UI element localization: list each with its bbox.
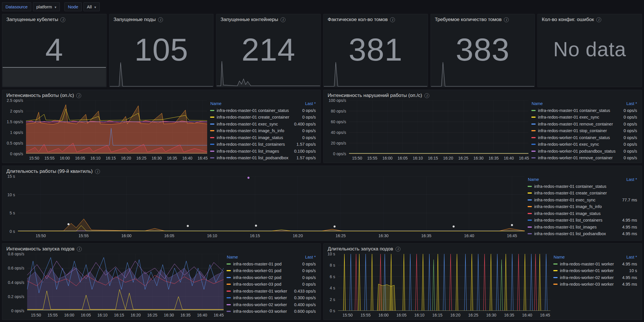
legend-name-header[interactable]: Name bbox=[554, 255, 565, 259]
legend-item[interactable]: infra-redos-master-01 image_status bbox=[528, 210, 637, 217]
legend-name-header[interactable]: Name bbox=[210, 101, 222, 106]
variable-datasource-label[interactable]: Datasource bbox=[2, 2, 31, 11]
info-icon[interactable] bbox=[76, 93, 81, 98]
series-label: infra-redos-master-01 remove_container bbox=[538, 122, 621, 126]
legend-item[interactable]: infra-redos-master-01 container_status0 … bbox=[531, 107, 637, 114]
legend-last-header[interactable]: Last * bbox=[626, 101, 637, 106]
pod-charts-row: Интенсивность запуска подов 0 ops/s0.2 o… bbox=[2, 243, 642, 320]
panel-header[interactable]: Интенсивность работы (оп./с) bbox=[2, 90, 320, 99]
x-tick-label: 16:25 bbox=[335, 233, 346, 238]
panel-header[interactable]: Длительность запуска подов bbox=[324, 244, 642, 253]
x-tick-label: 15:55 bbox=[48, 313, 58, 317]
legend-item[interactable]: infra-redos-master-01 pod0 ops/s bbox=[227, 261, 316, 267]
legend-item[interactable]: infra-redos-worker-01 pod0 ops/s bbox=[227, 267, 316, 274]
legend-item[interactable]: infra-redos-master-01 exec_sync77.7 ms bbox=[528, 196, 637, 203]
legend-item[interactable]: infra-redos-master-01 image_fs_info bbox=[528, 203, 637, 210]
legend-last-header[interactable]: Last * bbox=[626, 177, 637, 182]
panel-header[interactable]: Запущенные кубелеты bbox=[2, 14, 106, 23]
legend-item[interactable]: infra-redos-worker-03 worker0.600 ops/s bbox=[227, 308, 316, 315]
x-tick-label: 16:35 bbox=[167, 156, 177, 160]
y-tick-label: 20 ops/s bbox=[331, 141, 346, 145]
legend-name-header[interactable]: Name bbox=[532, 101, 543, 106]
legend-last-header[interactable]: Last * bbox=[305, 255, 316, 259]
variable-node-label[interactable]: Node bbox=[64, 2, 82, 11]
legend-item[interactable]: infra-redos-master-01 container_status bbox=[528, 183, 637, 190]
panel-header[interactable]: Интенсивность запуска подов bbox=[2, 244, 320, 253]
legend-item[interactable]: infra-redos-master-01 list_images4.95 ms bbox=[528, 224, 637, 231]
panel-header[interactable]: Запущенные поды bbox=[110, 14, 214, 23]
x-tick-label: 16:35 bbox=[504, 313, 514, 317]
legend-item[interactable]: infra-redos-master-01 worker0.433 ops/s bbox=[227, 288, 316, 295]
panel-header[interactable]: Кол-во конфиг. ошибок bbox=[538, 14, 642, 23]
legend-item[interactable]: infra-redos-master-01 list_podsandbox4.9… bbox=[528, 231, 637, 237]
legend-last-header[interactable]: Last * bbox=[305, 101, 316, 106]
info-icon[interactable] bbox=[60, 17, 65, 22]
series-color-marker bbox=[553, 277, 558, 278]
info-icon[interactable] bbox=[158, 17, 163, 22]
plot-area[interactable] bbox=[26, 100, 207, 154]
legend-item[interactable]: infra-redos-worker-02 pod0 ops/s bbox=[227, 274, 316, 281]
info-icon[interactable] bbox=[424, 93, 429, 98]
panel-header[interactable]: Требуемое количество томов bbox=[431, 14, 535, 23]
series-last-value: 1.57 ops/s bbox=[296, 142, 316, 147]
info-icon[interactable] bbox=[95, 169, 100, 174]
legend-item[interactable]: infra-redos-worker-01 container_status0 … bbox=[531, 134, 637, 141]
legend-item[interactable]: infra-redos-master-01 list_containers4.9… bbox=[528, 217, 637, 224]
legend-item[interactable]: infra-redos-master-01 image_fs_info0 ops… bbox=[210, 128, 316, 134]
series-label: infra-redos-worker-02 pod bbox=[233, 275, 300, 280]
y-tick-label: 0 ops/s bbox=[11, 308, 24, 313]
legend-item[interactable]: infra-redos-master-01 image_status0 ops/… bbox=[210, 134, 316, 141]
legend-item[interactable]: infra-redos-master-01 exec_sync0 ops/s bbox=[531, 114, 637, 121]
legend-item[interactable]: infra-redos-worker-01 worker10 s bbox=[553, 267, 637, 274]
legend-item[interactable]: infra-redos-master-01 list_podsandbox1.5… bbox=[210, 155, 316, 161]
series-label: infra-redos-master-01 list_podsandbox bbox=[217, 156, 294, 160]
plot-area[interactable] bbox=[349, 100, 528, 154]
panel-header[interactable]: Фактическое кол-во томов bbox=[324, 14, 428, 23]
series-color-marker bbox=[227, 270, 231, 271]
legend-item[interactable]: infra-redos-master-01 container_status0 … bbox=[210, 107, 316, 114]
series-last-value: 4.95 ms bbox=[622, 282, 637, 287]
panel-header[interactable]: Интенсивность нарушений работы (оп./с) bbox=[324, 90, 642, 99]
variable-node-select[interactable]: All bbox=[83, 2, 100, 11]
legend-item[interactable]: infra-redos-worker-01 worker0.300 ops/s bbox=[227, 295, 316, 302]
plot-area[interactable] bbox=[27, 254, 224, 311]
info-icon[interactable] bbox=[596, 17, 601, 22]
series-color-marker bbox=[210, 137, 214, 138]
legend-item[interactable]: infra-redos-worker-02 worker0.400 ops/s bbox=[227, 301, 316, 308]
legend-item[interactable]: infra-redos-master-01 worker4.95 ms bbox=[553, 261, 637, 267]
legend-item[interactable]: infra-redos-master-01 list_images0.100 o… bbox=[210, 148, 316, 155]
x-tick-label: 16:15 bbox=[250, 233, 260, 238]
legend-item[interactable]: infra-redos-master-01 create_container bbox=[528, 190, 637, 197]
legend-item[interactable]: infra-redos-worker-02 worker4.95 ms bbox=[553, 274, 637, 281]
legend-item[interactable]: infra-redos-worker-01 remove_container0 … bbox=[531, 155, 637, 161]
legend-last-header[interactable]: Last * bbox=[626, 255, 637, 259]
plot-area[interactable] bbox=[338, 254, 550, 311]
variable-datasource-select[interactable]: platform bbox=[33, 2, 60, 11]
legend-name-header[interactable]: Name bbox=[528, 177, 539, 182]
legend-item[interactable]: infra-redos-master-01 remove_container0 … bbox=[531, 121, 637, 128]
legend-item[interactable]: infra-redos-master-01 stop_container0 op… bbox=[531, 128, 637, 134]
legend-item[interactable]: infra-redos-worker-03 pod0 ops/s bbox=[227, 281, 316, 288]
legend-item[interactable]: infra-redos-worker-01 exec_sync0 ops/s bbox=[531, 141, 637, 148]
info-icon[interactable] bbox=[77, 247, 82, 252]
info-icon[interactable] bbox=[396, 247, 400, 252]
plot-area[interactable] bbox=[18, 176, 525, 231]
legend-item[interactable]: infra-redos-master-01 create_container0 … bbox=[210, 114, 316, 121]
panel-header[interactable]: Длительность работы (99-й квантиль) bbox=[2, 166, 642, 175]
panel-header[interactable]: Запущенные контейнеры bbox=[216, 14, 320, 23]
x-tick-label: 16:00 bbox=[382, 156, 392, 160]
info-icon[interactable] bbox=[281, 17, 285, 22]
legend-item[interactable]: infra-redos-worker-01 podsandbox_status0… bbox=[531, 148, 637, 155]
series-color-marker bbox=[528, 199, 532, 201]
panel-title: Длительность работы (99-й квантиль) bbox=[6, 169, 93, 174]
series-label: infra-redos-worker-02 worker bbox=[233, 302, 292, 307]
series-color-marker bbox=[227, 277, 231, 278]
legend-name-header[interactable]: Name bbox=[227, 255, 238, 259]
info-icon[interactable] bbox=[504, 17, 509, 22]
legend-item[interactable]: infra-redos-master-01 exec_sync0.400 ops… bbox=[210, 121, 316, 128]
info-icon[interactable] bbox=[390, 17, 395, 22]
series-color-marker bbox=[227, 297, 231, 298]
x-tick-label: 16:45 bbox=[519, 156, 529, 160]
legend-item[interactable]: infra-redos-master-01 list_containers1.5… bbox=[210, 141, 316, 148]
legend-item[interactable]: infra-redos-worker-03 worker4.95 ms bbox=[553, 281, 637, 288]
